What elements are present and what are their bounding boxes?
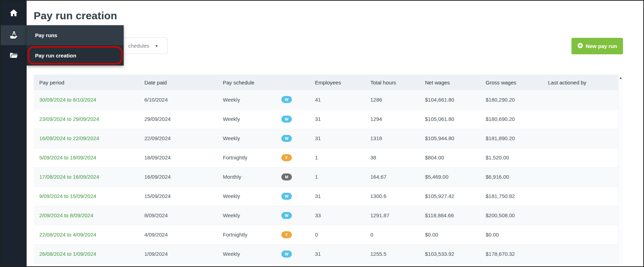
last-actioned-by-cell <box>542 148 618 167</box>
schedule-badge: W <box>281 96 292 103</box>
date-paid-cell: 4/09/2024 <box>139 225 217 244</box>
pay-schedule-cell: Weekly W <box>217 129 309 148</box>
last-actioned-by-cell <box>542 186 618 206</box>
table-row[interactable]: 17/08/2024 to 16/09/2024 16/09/2024 Mont… <box>34 167 618 186</box>
pay-period-cell: 9/09/2024 to 15/09/2024 <box>34 186 139 206</box>
pay-period-link[interactable]: 22/08/2024 to 4/09/2024 <box>39 232 96 238</box>
pay-period-link[interactable]: 17/08/2024 to 16/09/2024 <box>39 174 99 180</box>
employees-cell: 41 <box>309 90 365 109</box>
table-body: 30/09/2024 to 6/10/2024 6/10/2024 Weekly… <box>34 90 618 263</box>
last-actioned-by-cell <box>542 109 618 129</box>
pay-schedule-cell: Weekly W <box>217 90 309 109</box>
header-date-paid: Date paid <box>139 75 217 90</box>
gross-wages-cell: $181,750.82 <box>480 186 542 206</box>
table-row[interactable]: 23/09/2024 to 29/09/2024 29/09/2024 Week… <box>34 109 618 129</box>
last-actioned-by-cell <box>542 206 618 225</box>
schedule-badge: W <box>281 251 292 258</box>
app-window: Pay run creation New pay run <box>0 0 644 267</box>
employees-cell: 31 <box>309 129 365 148</box>
header-pay-schedule: Pay schedule <box>217 75 309 90</box>
pay-period-cell: 30/09/2024 to 6/10/2024 <box>34 90 139 109</box>
employees-cell: 31 <box>309 244 365 263</box>
gross-wages-cell: $180,290.20 <box>480 90 542 109</box>
table-header-row: Pay period Date paid Pay schedule Employ… <box>34 75 618 90</box>
last-actioned-by-cell <box>542 244 618 263</box>
header-employees: Employees <box>309 75 365 90</box>
pay-period-cell: 17/08/2024 to 16/09/2024 <box>34 167 139 186</box>
sidebar-item-home[interactable] <box>1 5 27 22</box>
schedule-label: Weekly <box>223 251 240 257</box>
table-row[interactable]: 5/09/2024 to 18/09/2024 18/09/2024 Fortn… <box>34 148 618 167</box>
table-row[interactable]: 2/09/2024 to 8/09/2024 8/09/2024 Weekly … <box>34 206 618 225</box>
date-paid-cell: 18/09/2024 <box>139 148 217 167</box>
total-hours-cell: 1255.5 <box>365 244 419 263</box>
pay-period-link[interactable]: 2/09/2024 to 8/09/2024 <box>39 212 93 218</box>
net-wages-cell: $105,944.80 <box>419 129 480 148</box>
scroll-up-arrow[interactable]: ▲ <box>618 75 623 80</box>
date-paid-cell: 16/09/2024 <box>139 167 217 186</box>
table-row[interactable]: 9/09/2024 to 15/09/2024 15/09/2024 Weekl… <box>34 186 618 206</box>
net-wages-cell: $105,061.80 <box>419 109 480 129</box>
pay-schedule-cell: Monthly M <box>217 167 309 186</box>
total-hours-cell: 164.67 <box>365 167 419 186</box>
table-row[interactable]: 22/08/2024 to 4/09/2024 4/09/2024 Fortni… <box>34 225 618 244</box>
gross-wages-cell: $6,916.00 <box>480 167 542 186</box>
flyout-item-pay-runs[interactable]: Pay runs <box>27 25 124 45</box>
pay-schedule-cell: Fortnightly F <box>217 225 309 244</box>
total-hours-cell: 1300.6 <box>365 186 419 206</box>
header-last-actioned-by: Last actioned by <box>542 75 618 90</box>
pay-period-link[interactable]: 23/09/2024 to 29/09/2024 <box>39 116 99 122</box>
net-wages-cell: $103,533.92 <box>419 244 480 263</box>
date-paid-cell: 8/09/2024 <box>139 206 217 225</box>
gross-wages-cell: $180,690.20 <box>480 109 542 129</box>
date-paid-cell: 6/10/2024 <box>139 90 217 109</box>
header-net-wages: Net wages <box>419 75 480 90</box>
schedule-badge: M <box>281 173 292 180</box>
schedule-label: Weekly <box>223 116 240 122</box>
schedule-label: Monthly <box>223 174 241 180</box>
date-paid-cell: 22/09/2024 <box>139 129 217 148</box>
plus-icon <box>577 43 583 49</box>
employees-cell: 1 <box>309 148 365 167</box>
pay-period-link[interactable]: 9/09/2024 to 15/09/2024 <box>39 193 96 199</box>
pay-period-link[interactable]: 16/09/2024 to 22/09/2024 <box>39 135 99 141</box>
pay-period-link[interactable]: 30/09/2024 to 6/10/2024 <box>39 97 96 103</box>
header-total-hours: Total hours <box>365 75 419 90</box>
pay-period-cell: 2/09/2024 to 8/09/2024 <box>34 206 139 225</box>
schedule-label: Weekly <box>223 193 240 199</box>
flyout-item-pay-run-creation[interactable]: Pay run creation <box>27 45 124 66</box>
net-wages-cell: $0.00 <box>419 225 480 244</box>
pay-period-cell: 22/08/2024 to 4/09/2024 <box>34 225 139 244</box>
pay-period-link[interactable]: 5/09/2024 to 18/09/2024 <box>39 155 96 160</box>
total-hours-cell: 0 <box>365 225 419 244</box>
total-hours-cell: 1286 <box>365 90 419 109</box>
pay-schedule-cell: Weekly W <box>217 244 309 263</box>
pay-runs-table: Pay period Date paid Pay schedule Employ… <box>34 75 618 264</box>
pay-schedule-cell: Fortnightly F <box>217 148 309 167</box>
table-row[interactable]: 16/09/2024 to 22/09/2024 22/09/2024 Week… <box>34 129 618 148</box>
table-row[interactable]: 26/08/2024 to 1/09/2024 1/09/2024 Weekly… <box>34 244 618 263</box>
date-paid-cell: 1/09/2024 <box>139 244 217 263</box>
date-paid-cell: 15/09/2024 <box>139 186 217 206</box>
sidebar <box>1 1 27 266</box>
table-row[interactable]: 30/09/2024 to 6/10/2024 6/10/2024 Weekly… <box>34 90 618 109</box>
sidebar-item-documents[interactable] <box>1 47 27 65</box>
new-pay-run-button[interactable]: New pay run <box>571 38 623 54</box>
net-wages-cell: $804.00 <box>419 148 480 167</box>
schedule-label: Weekly <box>223 97 240 103</box>
total-hours-cell: 1291.87 <box>365 206 419 225</box>
table-scrollbar[interactable]: ▲ <box>618 75 623 264</box>
pay-period-link[interactable]: 26/08/2024 to 1/09/2024 <box>39 251 96 257</box>
schedule-label: Fortnightly <box>223 155 247 160</box>
net-wages-cell: $118,884.66 <box>419 206 480 225</box>
flyout-item-pay-run-creation-label: Pay run creation <box>35 53 76 59</box>
gross-wages-cell: $181,890.20 <box>480 129 542 148</box>
pay-period-cell: 26/08/2024 to 1/09/2024 <box>34 244 139 263</box>
schedule-label: Fortnightly <box>223 232 247 238</box>
header-gross-wages: Gross wages <box>480 75 542 90</box>
sidebar-item-pay-runs[interactable] <box>1 25 27 45</box>
flyout-item-pay-runs-label: Pay runs <box>35 32 57 38</box>
gross-wages-cell: $0.00 <box>480 225 542 244</box>
last-actioned-by-cell <box>542 90 618 109</box>
chevron-down-icon: ▾ <box>156 43 158 48</box>
